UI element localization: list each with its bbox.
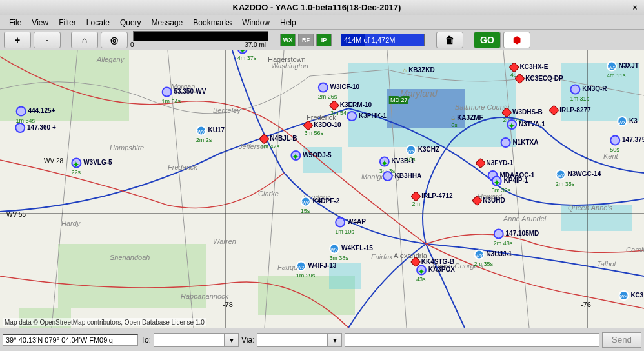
wx-icon: WX xyxy=(296,261,307,272)
repeater-icon xyxy=(318,83,328,93)
station-marker[interactable]: WX KC3 xyxy=(619,290,644,301)
station-marker[interactable]: KB3HHA xyxy=(383,171,421,181)
zoom-in-button[interactable]: + xyxy=(4,32,31,48)
send-button[interactable]: Send xyxy=(602,332,641,348)
repeater-icon xyxy=(347,111,357,121)
station-marker[interactable]: WX K3CHZ40s xyxy=(406,145,439,163)
station-callsign: K3PHK-1 xyxy=(359,112,387,119)
station-age: 4m 37s xyxy=(237,55,257,61)
station-callsign: N4BJL-B xyxy=(270,135,297,142)
station-marker[interactable]: 147.105MD2m 48s xyxy=(494,229,539,246)
station-age: 2m 35s xyxy=(556,181,575,187)
station-marker[interactable]: ⌂ KB3ZKD xyxy=(403,66,434,74)
via-combo[interactable]: ▾ xyxy=(257,333,342,347)
menu-filter[interactable]: Filter xyxy=(54,17,81,28)
station-age: 3m 56s xyxy=(304,130,323,137)
target-button[interactable]: ◎ xyxy=(101,32,128,48)
station-marker[interactable]: ✦ W3VLG-522s xyxy=(71,158,112,176)
station-marker[interactable]: 147.360 + xyxy=(15,123,56,133)
station-marker[interactable]: K3PHK-1 xyxy=(347,111,387,121)
menu-message[interactable]: Message xyxy=(146,17,188,28)
station-marker[interactable]: WX K4DPF-215s xyxy=(301,197,339,214)
zoom-out-button[interactable]: - xyxy=(34,32,61,48)
station-marker[interactable]: N4BJL-B1m 47s xyxy=(260,135,297,150)
station-marker[interactable]: ⌂ KA3ZMF6s xyxy=(451,114,483,128)
station-marker[interactable]: KN3Q-R1m 31s xyxy=(570,85,607,102)
to-input[interactable] xyxy=(154,333,225,347)
station-callsign: 53.350-WV xyxy=(174,88,206,95)
station-callsign: K3CHZ xyxy=(418,146,439,153)
via-input[interactable] xyxy=(257,333,328,347)
star-icon: ✦ xyxy=(507,119,517,130)
station-callsign: K3ERM-10 xyxy=(340,101,372,108)
wx-icon: WX xyxy=(329,244,339,254)
svg-text:Hampshire: Hampshire xyxy=(110,144,144,152)
menu-locate[interactable]: Locate xyxy=(81,17,115,28)
message-input[interactable] xyxy=(345,333,599,347)
repeater-icon xyxy=(383,171,393,181)
station-callsign: KP4IP-1 xyxy=(503,177,528,184)
station-marker[interactable]: 444.125+1m 54s xyxy=(16,106,55,124)
station-age: 40s xyxy=(406,156,416,163)
svg-text:Warren: Warren xyxy=(213,237,236,245)
wx-icon: WX xyxy=(607,61,617,72)
ip-toggle[interactable]: IP xyxy=(316,34,332,46)
chevron-down-icon[interactable]: ▾ xyxy=(225,333,239,347)
station-marker[interactable]: WX K3 xyxy=(617,116,638,126)
toolbar: + - ⌂ ◎ 0 37.0 mi WX RF IP 414M of 1,472… xyxy=(0,30,644,50)
station-marker[interactable]: WX KU172m 2s xyxy=(196,126,225,143)
station-marker[interactable]: IRLP-8277 xyxy=(550,106,590,114)
station-marker[interactable]: ✦ N3TVA-1 xyxy=(507,119,545,130)
map-attribution: Map data © OpenStreetMap contributors, O… xyxy=(3,318,206,326)
station-marker[interactable]: KC3ECQ DP xyxy=(516,75,563,83)
repeater-icon xyxy=(15,123,25,133)
trash-button[interactable]: 🗑 xyxy=(436,32,463,48)
scale-left: 0 xyxy=(130,41,134,48)
station-marker[interactable]: ✦ KP4IP-13m 32s xyxy=(492,176,528,194)
stop-button[interactable]: ⬢ xyxy=(503,32,530,48)
station-marker[interactable]: WX W4IFJ-131m 29s xyxy=(296,261,337,279)
wx-toggle[interactable]: WX xyxy=(280,34,296,46)
to-combo[interactable]: ▾ xyxy=(154,333,239,347)
menu-query[interactable]: Query xyxy=(115,17,146,28)
station-marker[interactable]: IRLP-47122m xyxy=(412,192,452,207)
station-marker[interactable]: 53.350-WV1m 54s xyxy=(162,87,206,105)
close-icon[interactable]: × xyxy=(630,3,640,13)
station-marker[interactable]: W4AP1m 10s xyxy=(335,217,366,235)
station-marker[interactable]: K3DO-103m 56s xyxy=(304,121,341,136)
svg-text:Berkeley: Berkeley xyxy=(213,106,241,114)
station-marker[interactable]: WX W4KFL-153m 38s xyxy=(329,244,373,261)
menu-window[interactable]: Window xyxy=(237,17,275,28)
station-marker[interactable]: WX N3WGC-142m 35s xyxy=(556,170,601,187)
station-marker[interactable]: N3UHD xyxy=(473,197,505,205)
station-marker[interactable]: N1KTXA xyxy=(501,137,539,148)
to-label: To: xyxy=(141,336,151,345)
go-button[interactable]: GO xyxy=(474,32,501,48)
star-icon: ✦ xyxy=(237,50,248,54)
station-marker[interactable]: WX N3XJT4m 11s xyxy=(607,61,639,79)
station-marker[interactable]: ✦ N3KTX-44m 37s xyxy=(237,50,276,61)
station-callsign: N3UHD xyxy=(483,197,505,204)
station-age: 2m 2s xyxy=(196,137,212,143)
home-button[interactable]: ⌂ xyxy=(71,32,98,48)
station-marker[interactable]: W3ICF-102m 26s xyxy=(318,83,359,100)
station-callsign: N1KTXA xyxy=(512,139,538,146)
station-marker[interactable]: ✦ KA3POX43s xyxy=(416,265,455,283)
scale-bar xyxy=(133,31,268,41)
menu-bookmarks[interactable]: Bookmarks xyxy=(188,17,237,28)
rf-toggle[interactable]: RF xyxy=(298,34,314,46)
chevron-down-icon[interactable]: ▾ xyxy=(328,333,342,347)
menu-view[interactable]: View xyxy=(26,17,54,28)
station-marker[interactable]: 147.375-K50s xyxy=(610,135,644,153)
repeater-icon xyxy=(494,229,504,239)
menu-help[interactable]: Help xyxy=(275,17,301,28)
menu-file[interactable]: File xyxy=(4,17,26,28)
station-marker[interactable]: N3FYD-1 xyxy=(477,159,513,167)
title-bar: KA2DDO - YAAC 1.0-beta116(18-Dec-2017) × xyxy=(0,0,644,15)
repeater-icon xyxy=(162,87,172,97)
status-bar: 39° 40.13'N 079° 04.04'W FM09lq To: ▾ Vi… xyxy=(0,328,644,351)
digi-icon xyxy=(472,196,483,206)
map-view[interactable]: Allegany Morgan Berkeley Hampshire Hardy… xyxy=(0,50,644,328)
station-marker[interactable]: ✦ W5ODJ-5 xyxy=(290,150,331,161)
station-marker[interactable]: WX N3UJJ-12m 35s xyxy=(474,250,512,267)
